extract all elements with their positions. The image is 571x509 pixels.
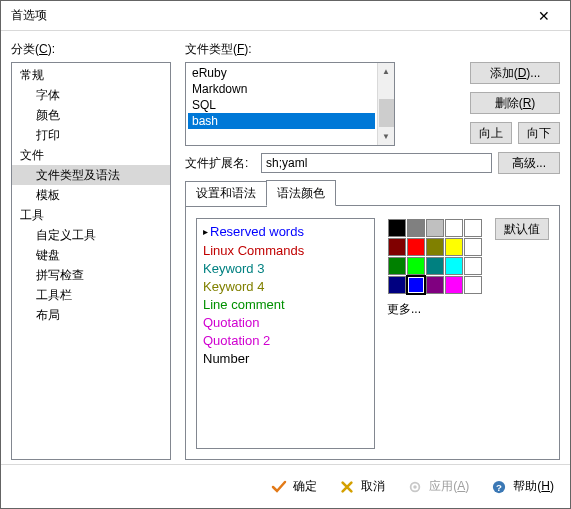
color-swatch[interactable] bbox=[445, 257, 463, 275]
color-swatch[interactable] bbox=[426, 257, 444, 275]
color-swatch[interactable] bbox=[407, 257, 425, 275]
extension-row: 文件扩展名: 高级... bbox=[185, 152, 560, 174]
window-title: 首选项 bbox=[11, 7, 47, 24]
color-swatch[interactable] bbox=[388, 257, 406, 275]
close-icon: ✕ bbox=[538, 8, 550, 24]
default-button[interactable]: 默认值 bbox=[495, 218, 549, 240]
extension-label: 文件扩展名: bbox=[185, 155, 255, 172]
tree-item[interactable]: 工具栏 bbox=[12, 285, 170, 305]
tree-item[interactable]: 布局 bbox=[12, 305, 170, 325]
category-tree[interactable]: 常规字体颜色打印文件文件类型及语法模板工具自定义工具键盘拼写检查工具栏布局 bbox=[11, 62, 171, 460]
cancel-button[interactable]: 取消 bbox=[339, 478, 385, 495]
color-swatch[interactable] bbox=[445, 276, 463, 294]
syntax-item[interactable]: Keyword 4 bbox=[203, 278, 368, 296]
dialog-button-bar: 确定 取消 应用(A) ? 帮助(H) bbox=[1, 464, 570, 508]
filetype-listbox[interactable]: eRubyMarkdownSQLbash ▲ ▼ bbox=[185, 62, 395, 146]
tree-item[interactable]: 字体 bbox=[12, 85, 170, 105]
syntax-item[interactable]: Linux Commands bbox=[203, 242, 368, 260]
color-palette[interactable] bbox=[387, 218, 483, 295]
preferences-window: 首选项 ✕ 分类(C): 常规字体颜色打印文件文件类型及语法模板工具自定义工具键… bbox=[0, 0, 571, 509]
syntax-item[interactable]: Keyword 3 bbox=[203, 260, 368, 278]
help-icon: ? bbox=[491, 479, 507, 495]
close-button[interactable]: ✕ bbox=[524, 2, 564, 30]
check-icon bbox=[271, 479, 287, 495]
syntax-item[interactable]: Number bbox=[203, 350, 368, 368]
color-swatch[interactable] bbox=[445, 219, 463, 237]
svg-text:?: ? bbox=[496, 481, 502, 492]
filetype-item[interactable]: eRuby bbox=[188, 65, 375, 81]
color-swatch[interactable] bbox=[464, 219, 482, 237]
tree-item[interactable]: 工具 bbox=[12, 205, 170, 225]
tab-syntax-colors[interactable]: 语法颜色 bbox=[266, 180, 336, 206]
color-swatch[interactable] bbox=[407, 219, 425, 237]
palette-column: 更多... bbox=[387, 218, 483, 449]
move-down-button[interactable]: 向下 bbox=[518, 122, 560, 144]
settings-column: 文件类型(F): eRubyMarkdownSQLbash ▲ ▼ 添加(D).… bbox=[185, 41, 560, 460]
filetype-row: eRubyMarkdownSQLbash ▲ ▼ 添加(D)... 删除(R) bbox=[185, 62, 560, 146]
color-swatch[interactable] bbox=[426, 219, 444, 237]
color-swatch[interactable] bbox=[407, 276, 425, 294]
tree-item[interactable]: 文件 bbox=[12, 145, 170, 165]
syntax-item[interactable]: Line comment bbox=[203, 296, 368, 314]
color-swatch[interactable] bbox=[464, 257, 482, 275]
dialog-body: 分类(C): 常规字体颜色打印文件文件类型及语法模板工具自定义工具键盘拼写检查工… bbox=[1, 31, 570, 464]
apply-button[interactable]: 应用(A) bbox=[407, 478, 469, 495]
syntax-item[interactable]: Quotation bbox=[203, 314, 368, 332]
tree-item[interactable]: 自定义工具 bbox=[12, 225, 170, 245]
scroll-thumb[interactable] bbox=[379, 99, 394, 127]
tree-item[interactable]: 文件类型及语法 bbox=[12, 165, 170, 185]
color-swatch[interactable] bbox=[464, 238, 482, 256]
filetype-label: 文件类型(F): bbox=[185, 41, 560, 58]
move-up-button[interactable]: 向上 bbox=[470, 122, 512, 144]
category-label: 分类(C): bbox=[11, 41, 171, 58]
scroll-up-button[interactable]: ▲ bbox=[378, 63, 394, 80]
filetype-items: eRubyMarkdownSQLbash bbox=[186, 63, 377, 145]
tree-item[interactable]: 拼写检查 bbox=[12, 265, 170, 285]
advanced-button[interactable]: 高级... bbox=[498, 152, 560, 174]
tree-item[interactable]: 颜色 bbox=[12, 105, 170, 125]
more-colors-link[interactable]: 更多... bbox=[387, 301, 483, 318]
syntax-item[interactable]: ▸Reserved words bbox=[203, 223, 368, 242]
color-swatch[interactable] bbox=[445, 238, 463, 256]
scroll-down-button[interactable]: ▼ bbox=[378, 128, 394, 145]
filetype-buttons: 添加(D)... 删除(R) 向上 向下 bbox=[470, 62, 560, 144]
help-button[interactable]: ? 帮助(H) bbox=[491, 478, 554, 495]
scrollbar[interactable]: ▲ ▼ bbox=[377, 63, 394, 145]
filetype-item[interactable]: bash bbox=[188, 113, 375, 129]
tab-panel-colors: ▸Reserved wordsLinux CommandsKeyword 3Ke… bbox=[185, 205, 560, 460]
apply-icon bbox=[407, 479, 423, 495]
tree-item[interactable]: 键盘 bbox=[12, 245, 170, 265]
tree-item[interactable]: 打印 bbox=[12, 125, 170, 145]
color-swatch[interactable] bbox=[388, 238, 406, 256]
add-button[interactable]: 添加(D)... bbox=[470, 62, 560, 84]
filetype-item[interactable]: Markdown bbox=[188, 81, 375, 97]
filetype-item[interactable]: SQL bbox=[188, 97, 375, 113]
syntax-item[interactable]: Quotation 2 bbox=[203, 332, 368, 350]
color-swatch[interactable] bbox=[426, 276, 444, 294]
extension-input[interactable] bbox=[261, 153, 492, 173]
tree-item[interactable]: 模板 bbox=[12, 185, 170, 205]
ok-button[interactable]: 确定 bbox=[271, 478, 317, 495]
tab-settings[interactable]: 设置和语法 bbox=[185, 181, 267, 207]
color-swatch[interactable] bbox=[407, 238, 425, 256]
color-swatch[interactable] bbox=[426, 238, 444, 256]
color-swatch[interactable] bbox=[464, 276, 482, 294]
remove-button[interactable]: 删除(R) bbox=[470, 92, 560, 114]
color-swatch[interactable] bbox=[388, 276, 406, 294]
tree-item[interactable]: 常规 bbox=[12, 65, 170, 85]
category-column: 分类(C): 常规字体颜色打印文件文件类型及语法模板工具自定义工具键盘拼写检查工… bbox=[11, 41, 171, 460]
cross-icon bbox=[339, 479, 355, 495]
syntax-listbox[interactable]: ▸Reserved wordsLinux CommandsKeyword 3Ke… bbox=[196, 218, 375, 449]
titlebar: 首选项 ✕ bbox=[1, 1, 570, 31]
svg-point-1 bbox=[414, 485, 418, 489]
tab-strip: 设置和语法 语法颜色 bbox=[185, 180, 560, 206]
color-swatch[interactable] bbox=[388, 219, 406, 237]
